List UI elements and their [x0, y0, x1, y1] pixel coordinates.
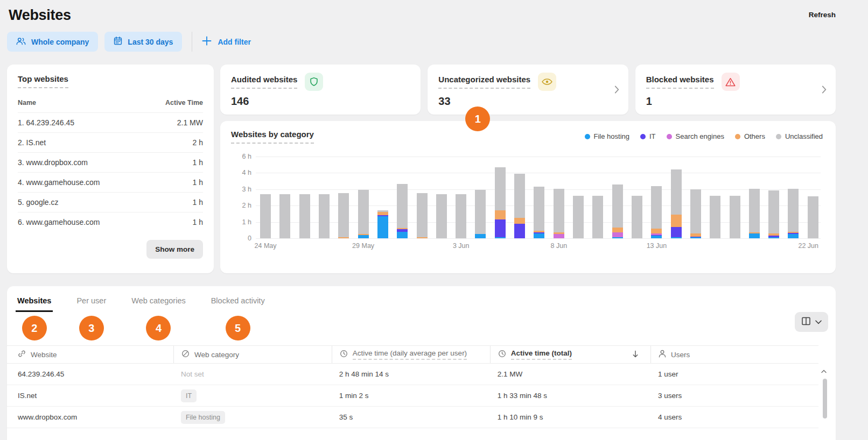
- column-label: Website: [31, 351, 57, 359]
- bar-segment: [417, 193, 428, 237]
- column-settings-button[interactable]: [795, 312, 828, 332]
- chart-bar: [632, 196, 642, 238]
- chart-bar: [436, 194, 447, 238]
- top-website-row: 4. www.gamehouse.com1 h: [18, 172, 203, 192]
- table-scrollbar[interactable]: [821, 365, 829, 440]
- chart-bar: [338, 193, 349, 238]
- chart-bar: [808, 196, 818, 238]
- legend-item[interactable]: Search engines: [667, 132, 724, 140]
- top-website-time: 1 h: [193, 198, 203, 207]
- top-websites-card: Top websites Name Active Time 1. 64.239.…: [7, 65, 214, 273]
- column-header-users[interactable]: Users: [650, 346, 818, 363]
- legend-item[interactable]: Others: [735, 132, 765, 140]
- bar-segment: [592, 196, 603, 238]
- table-row[interactable]: 64.239.246.45Not set2 h 48 min 14 s2.1 M…: [7, 364, 818, 385]
- add-filter-button[interactable]: Add filter: [202, 36, 250, 47]
- column-label: Active time (total): [511, 349, 572, 360]
- y-axis-tick: 0: [231, 235, 251, 242]
- chart-bar: [671, 169, 682, 238]
- x-axis-tick: 22 Jun: [798, 242, 818, 250]
- top-website-row: 3. www.dropbox.com1 h: [18, 152, 203, 172]
- x-axis-tick: 3 Jun: [453, 242, 470, 250]
- sort-arrow-down-icon[interactable]: [632, 350, 639, 359]
- column-label: Active time (daily average per user): [353, 349, 467, 360]
- company-scope-label: Whole company: [31, 38, 89, 46]
- refresh-button[interactable]: Refresh: [809, 11, 836, 19]
- tab-web-categories[interactable]: Web categories4: [131, 296, 185, 312]
- top-website-name: 6. www.gamehouse.com: [18, 218, 100, 226]
- column-header-web-category[interactable]: Web category: [173, 346, 332, 363]
- top-bar: Websites Refresh: [7, 0, 836, 24]
- clock-icon: [340, 350, 348, 359]
- websites-by-category-card: Websites by category File hostingITSearc…: [220, 121, 836, 273]
- top-website-time: 1 h: [193, 158, 203, 167]
- chart-bars: [260, 157, 818, 238]
- chevron-right-icon[interactable]: [614, 86, 619, 96]
- bar-segment: [788, 189, 799, 232]
- top-website-name: 5. google.cz: [18, 198, 59, 207]
- uncategorized-websites-card[interactable]: Uncategorized websites 33: [428, 65, 628, 115]
- date-range-filter[interactable]: Last 30 days: [104, 32, 182, 52]
- top-website-row: 6. www.gamehouse.com1 h: [18, 212, 203, 232]
- top-website-name: 4. www.gamehouse.com: [18, 178, 100, 187]
- chart-bar: [788, 189, 799, 238]
- chart-bar: [690, 189, 701, 238]
- bar-segment: [475, 190, 486, 234]
- chevron-right-icon[interactable]: [822, 86, 827, 96]
- chart-bar: [456, 194, 466, 238]
- legend-dot: [585, 134, 590, 139]
- top-websites-list: 1. 64.239.246.452.1 MW2. IS.net2 h3. www…: [18, 112, 203, 232]
- legend-item[interactable]: File hosting: [585, 132, 629, 140]
- warning-icon: [722, 73, 740, 91]
- scrollbar-thumb[interactable]: [823, 379, 827, 418]
- table-row[interactable]: IS.netIT1 min 2 s1 h 33 min 48 s3 users: [7, 385, 818, 407]
- show-more-button[interactable]: Show more: [146, 240, 203, 259]
- bar-segment: [573, 196, 584, 238]
- bar-segment: [730, 196, 740, 238]
- cell-web-category: IT: [173, 389, 332, 402]
- tab-label: Web categories: [131, 296, 185, 305]
- x-axis-tick: 29 May: [352, 242, 374, 250]
- table-body: 64.239.246.45Not set2 h 48 min 14 s2.1 M…: [7, 364, 818, 428]
- tab-per-user[interactable]: Per user3: [76, 296, 106, 312]
- y-axis-tick: 6 h: [231, 153, 251, 160]
- cell-active-time-daily-avg: 2 h 48 min 14 s: [332, 370, 490, 378]
- blocked-websites-value: 1: [646, 95, 825, 108]
- table-row[interactable]: www.dropbox.comFile hosting35 s1 h 10 mi…: [7, 407, 818, 428]
- top-website-row: 1. 64.239.246.452.1 MW: [18, 112, 203, 132]
- chart-bar: [573, 196, 584, 238]
- x-axis-tick: 8 Jun: [551, 242, 568, 250]
- bar-segment: [397, 184, 408, 228]
- category-value: Not set: [181, 370, 204, 378]
- column-header-active-time-total[interactable]: Active time (total): [490, 346, 650, 363]
- top-website-time: 2 h: [193, 138, 203, 147]
- chart-bar: [319, 194, 330, 238]
- legend-label: Search engines: [676, 132, 724, 140]
- scrollbar-up-icon[interactable]: [821, 366, 829, 375]
- cell-active-time-total: 1 h 10 min 9 s: [490, 413, 650, 421]
- column-header-website[interactable]: Website: [7, 346, 173, 363]
- chart-bar: [554, 189, 564, 238]
- legend-item[interactable]: Unclassified: [776, 132, 823, 140]
- bar-segment: [260, 194, 271, 238]
- add-filter-label: Add filter: [218, 38, 250, 46]
- bar-segment: [514, 218, 525, 224]
- tab-blocked-activity[interactable]: Blocked activity5: [211, 296, 265, 312]
- company-scope-filter[interactable]: Whole company: [7, 32, 98, 52]
- legend-label: Unclassified: [785, 132, 823, 140]
- tab-websites[interactable]: Websites2: [17, 296, 51, 312]
- bar-segment: [768, 190, 779, 234]
- blocked-websites-card[interactable]: Blocked websites 1: [635, 65, 836, 115]
- chart-bar: [651, 186, 662, 238]
- y-axis-tick: 1 h: [231, 218, 251, 226]
- bar-segment: [788, 234, 799, 238]
- column-header-active-time-daily-average-per-user[interactable]: Active time (daily average per user): [332, 346, 490, 363]
- legend-item[interactable]: IT: [640, 132, 656, 140]
- top-website-row: 5. google.cz1 h: [18, 192, 203, 212]
- legend-label: Others: [744, 132, 765, 140]
- cell-users: 3 users: [650, 392, 818, 400]
- chart-bar: [417, 193, 428, 238]
- top-website-name: 3. www.dropbox.com: [18, 158, 88, 167]
- tab-label: Blocked activity: [211, 296, 265, 305]
- audited-websites-card[interactable]: Audited websites 146: [220, 65, 421, 115]
